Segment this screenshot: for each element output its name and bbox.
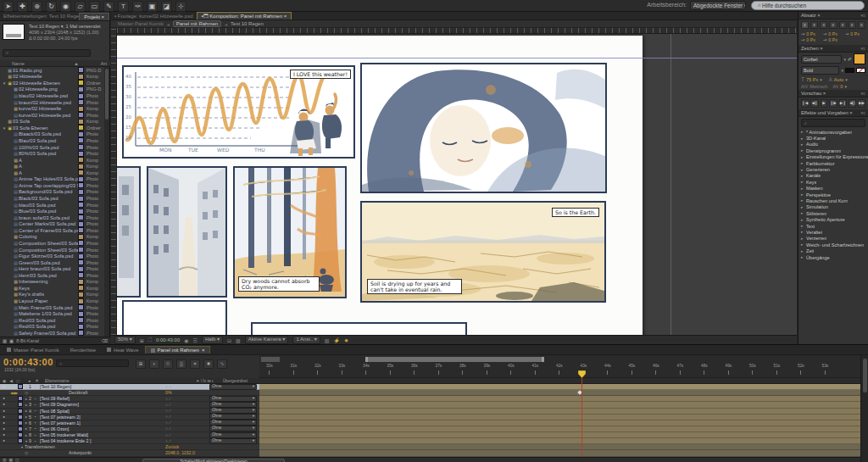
project-item[interactable]: ▩ColoringKomp (0, 234, 105, 241)
timeline-tab[interactable]: Master Panel Komik (2, 347, 64, 353)
track-row[interactable] (259, 396, 860, 402)
effects-category[interactable]: ▸Farbkorrektur (798, 160, 868, 166)
project-item[interactable]: ▤Malebene 1/03 Sofa.psdPhoto (0, 310, 105, 317)
effects-category[interactable]: ▸Zeit (798, 248, 868, 253)
project-item[interactable]: ▩Layout PaperKomp (0, 298, 105, 304)
timeline-prop-row[interactable]: ◷Ankerpunkt2048,0, 1152,0 (0, 450, 259, 456)
project-item[interactable]: ▤blau/02 Hitzewelle.psdPhoto (0, 92, 105, 99)
rotation-tool-icon[interactable]: ↻ (46, 1, 57, 12)
hand-tool-icon[interactable]: ✚ (17, 1, 28, 12)
camera-dropdown[interactable]: Aktive Kamera ▾ (245, 336, 289, 344)
label-color-swatch[interactable] (78, 221, 84, 227)
label-color-swatch[interactable] (78, 311, 84, 317)
track-row[interactable] (259, 432, 860, 438)
project-item[interactable]: ▩02 HitzewelleKomp (0, 74, 105, 81)
effects-category[interactable]: ▸Simulation (798, 204, 868, 210)
stopwatch-icon[interactable]: ◷ (25, 451, 69, 455)
project-item[interactable]: ▤Composition Sheet/03 Sofa.psdPhoto (0, 247, 105, 253)
swatch-none[interactable] (856, 68, 865, 73)
parent-dropdown[interactable]: Ohne▾ (209, 402, 257, 408)
audio-toggle-button[interactable]: ◀)) (849, 99, 856, 108)
eraser-tool-icon[interactable]: ◪ (161, 1, 172, 12)
fast-preview-icon[interactable]: ⚡ (333, 337, 340, 343)
close-icon[interactable]: × (284, 14, 287, 19)
effects-category[interactable]: ▸Verzerren (798, 236, 868, 242)
resolution-dropdown[interactable]: Halb ▾ (202, 336, 223, 344)
project-item[interactable]: ▤Blau/03 Sofa.psdPhoto (0, 137, 105, 144)
effects-search-input[interactable]: ⌕ (801, 119, 865, 127)
eye-icon[interactable]: ● (0, 421, 8, 425)
eye-icon[interactable]: ● (0, 415, 8, 419)
project-item[interactable]: ▤80%/03 Sofa.psdPhoto (0, 150, 105, 157)
track-row[interactable] (259, 415, 860, 420)
label-color-swatch[interactable] (78, 80, 84, 86)
align-right-button[interactable]: ≡ (820, 21, 827, 29)
effects-category[interactable]: ▸Perspektive (798, 192, 868, 198)
layer-label-swatch[interactable] (18, 402, 23, 407)
eye-icon[interactable]: ● (0, 397, 8, 400)
tracking-value[interactable]: 0 (840, 84, 843, 89)
parent-dropdown[interactable]: Ohne▾ (209, 408, 257, 414)
label-color-swatch[interactable] (78, 279, 84, 285)
eye-icon[interactable]: ● (0, 433, 8, 437)
label-color-swatch[interactable] (78, 112, 84, 118)
effects-category[interactable]: ▸Generieren (798, 166, 868, 172)
paragraph-indent-field[interactable]: ⇥0 Px (823, 31, 843, 36)
eye-icon[interactable]: ● (0, 409, 8, 413)
label-color-swatch[interactable] (78, 86, 84, 92)
next-frame-button[interactable]: ❙▶ (829, 99, 837, 108)
project-item[interactable]: ▤Composition Sheet/03 Sofa.psdPhoto (0, 240, 105, 247)
project-item[interactable]: ▩AKomp (0, 163, 105, 170)
project-item[interactable]: ▦01 Radio.pngPNG-D (0, 67, 105, 74)
font-size-value[interactable]: 75 Px (806, 77, 818, 82)
bit-depth-label[interactable]: 8-Bit-Kanal (16, 338, 39, 343)
effects-category[interactable]: ▸Einstellungen für Expressions (798, 154, 868, 160)
layer-label-swatch[interactable] (18, 396, 23, 401)
track-row[interactable] (259, 450, 860, 456)
mask-shape-tool-icon[interactable]: ▭ (89, 1, 100, 12)
label-color-swatch[interactable] (78, 209, 84, 214)
tab-project[interactable]: Projekt × (79, 13, 109, 20)
viewer-ruler-vertical[interactable] (111, 28, 117, 335)
track-row[interactable] (259, 444, 860, 450)
font-family-dropdown[interactable]: Corbel (801, 55, 842, 64)
layer-switches[interactable]: ⊹ ∕ (165, 426, 209, 431)
leading-value[interactable]: Auto (834, 77, 844, 82)
project-item[interactable]: ▤Black/03 Sofa.psdPhoto (0, 195, 105, 202)
viewer-ruler-horizontal[interactable] (117, 28, 797, 34)
work-area-bar[interactable] (365, 357, 544, 362)
keyframe-navigator[interactable]: ◀◆▶ (0, 391, 19, 395)
label-color-swatch[interactable] (78, 234, 84, 240)
project-item[interactable]: ▤Red/03 Sofa.psdPhoto (0, 317, 105, 324)
justify-all-button[interactable]: ≡ (858, 21, 865, 29)
clone-stamp-tool-icon[interactable]: ▣ (147, 1, 158, 12)
timeline-layer-row[interactable]: ●▾9▪[Text 04 trockene Erde 2 ]⊹ ∕Ohne▾ (0, 438, 259, 444)
project-item[interactable]: ▤blau/03 Sofa.psdPhoto (0, 202, 105, 209)
expand-inout-icon[interactable]: ◫ (15, 458, 19, 462)
project-item[interactable]: ▩AKomp (0, 170, 105, 176)
effects-category[interactable]: ▸Rauschen und Korn (798, 198, 868, 203)
track-row[interactable] (259, 402, 860, 408)
layer-label-swatch[interactable] (18, 438, 23, 443)
selection-tool-icon[interactable]: ➤ (3, 1, 14, 12)
label-color-swatch[interactable] (78, 317, 84, 323)
label-color-swatch[interactable] (78, 106, 84, 112)
project-item[interactable]: ▤braun/02 Hitzewelle.psdPhoto (0, 99, 105, 106)
project-item[interactable]: ▩Key's draftsKomp (0, 292, 105, 298)
timeline-tab[interactable]: Heat Wave (102, 347, 143, 353)
layer-label-swatch[interactable] (18, 426, 23, 431)
effects-category[interactable]: ▸Masken (798, 186, 868, 192)
pan-behind-tool-icon[interactable]: ▱ (75, 1, 86, 12)
breadcrumb-leaf[interactable]: Text 10 Regen (231, 21, 264, 26)
project-item[interactable]: ▤braun sofa/03 Sofa.psdPhoto (0, 214, 105, 221)
label-color-swatch[interactable] (78, 259, 84, 265)
tab-effect-controls[interactable]: Effekteinstellungen: Text 10 Regen (0, 14, 79, 19)
project-item[interactable]: ▩InbetweeningKomp (0, 279, 105, 286)
parent-dropdown[interactable]: Ohne▾ (209, 414, 257, 420)
draft3d-icon[interactable]: ◐ (149, 359, 159, 369)
project-scrollbar[interactable] (104, 67, 109, 337)
composition-canvas[interactable]: I LOVE this weather! MONTUEWEDTHU 403530… (117, 34, 797, 335)
current-timecode[interactable]: 0:00:43:00 (3, 357, 53, 367)
label-color-swatch[interactable] (78, 304, 84, 310)
preview-panel-header[interactable]: Vorschau ×▾≡ (798, 90, 868, 97)
